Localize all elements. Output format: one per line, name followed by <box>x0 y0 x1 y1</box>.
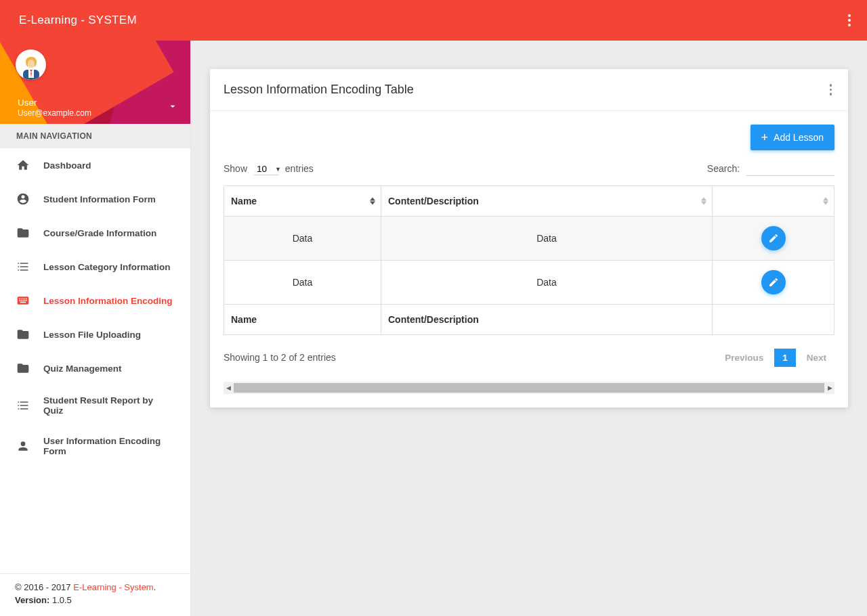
col-action-header[interactable] <box>713 185 834 216</box>
version-label: Version: <box>15 595 49 605</box>
scroll-right-icon[interactable]: ▶ <box>825 384 834 391</box>
sort-icon <box>701 197 706 204</box>
nav-label: Student Result Report by Quiz <box>43 395 174 416</box>
footer-brand-link[interactable]: E-Learning - System <box>73 582 154 592</box>
person-circle-icon <box>16 192 30 206</box>
foot-action <box>713 304 834 334</box>
nav-label: User Information Encoding Form <box>43 436 174 456</box>
topbar: E-Learning - SYSTEM <box>0 0 867 41</box>
foot-name: Name <box>224 304 381 334</box>
nav-lesson-upload[interactable]: Lesson File Uploading <box>0 317 190 351</box>
card-title: Lesson Information Encoding Table <box>224 83 414 97</box>
nav-student-info[interactable]: Student Information Form <box>0 182 190 216</box>
nav-label: Dashboard <box>43 160 91 171</box>
card-menu-button[interactable] <box>827 81 835 98</box>
avatar <box>16 49 46 80</box>
table-row: Data Data <box>224 260 834 304</box>
topbar-menu-button[interactable] <box>844 9 855 32</box>
length-prefix: Show <box>224 163 247 174</box>
nav-lesson-category[interactable]: Lesson Category Information <box>0 250 190 284</box>
length-control: Show 10 entries <box>224 163 314 175</box>
search-input[interactable] <box>746 162 834 176</box>
nav-label: Lesson Category Information <box>43 262 171 272</box>
nav-label: Course/Grade Information <box>43 228 156 238</box>
user-name: User <box>18 97 37 108</box>
nav-label: Quiz Management <box>43 364 122 374</box>
nav-user-info-encoding[interactable]: User Information Encoding Form <box>0 426 190 466</box>
nav-course-grade[interactable]: Course/Grade Information <box>0 216 190 250</box>
folder-icon <box>16 328 30 341</box>
add-lesson-label: Add Lesson <box>774 132 824 143</box>
nav-student-result[interactable]: Student Result Report by Quiz <box>0 385 190 426</box>
pager: Previous 1 Next <box>717 349 834 367</box>
nav-label: Student Information Form <box>43 194 156 204</box>
keyboard-icon <box>16 294 30 307</box>
cell-content: Data <box>381 260 713 304</box>
sort-icon <box>823 197 828 204</box>
foot-content: Content/Description <box>381 304 713 334</box>
col-name-header[interactable]: Name <box>224 185 381 216</box>
horizontal-scrollbar[interactable]: ◀ ▶ <box>224 382 834 394</box>
nav-quiz-mgmt[interactable]: Quiz Management <box>0 351 190 385</box>
search-control: Search: <box>707 162 834 176</box>
plus-icon: + <box>761 131 769 144</box>
add-lesson-button[interactable]: + Add Lesson <box>750 125 834 150</box>
folder-icon <box>16 361 30 375</box>
nav-menu: Dashboard Student Information Form Cours… <box>0 148 190 573</box>
pager-prev[interactable]: Previous <box>717 349 771 367</box>
user-panel-toggle[interactable] <box>167 101 178 114</box>
search-label: Search: <box>707 163 740 174</box>
version-value: 1.0.5 <box>49 595 72 605</box>
period: . <box>154 582 156 592</box>
table-row: Data Data <box>224 216 834 260</box>
lesson-table: Name Content/Description <box>224 185 834 335</box>
scroll-track[interactable] <box>233 382 825 393</box>
pager-page-1[interactable]: 1 <box>774 349 796 367</box>
pager-next[interactable]: Next <box>799 349 834 367</box>
sidebar: User User@example.com MAIN NAVIGATION Da… <box>0 41 191 616</box>
list-icon <box>16 399 30 412</box>
folder-icon <box>16 226 30 240</box>
cell-content: Data <box>381 216 713 260</box>
nav-lesson-encoding[interactable]: Lesson Information Encoding <box>0 284 190 317</box>
person-icon <box>16 439 30 453</box>
nav-header: MAIN NAVIGATION <box>0 124 190 148</box>
cell-name: Data <box>224 260 381 304</box>
nav-label: Lesson Information Encoding <box>43 296 173 306</box>
cell-actions <box>713 260 834 304</box>
home-icon <box>16 158 30 172</box>
length-select[interactable]: 10 <box>254 163 278 175</box>
nav-dashboard[interactable]: Dashboard <box>0 148 190 182</box>
app-title: E-Learning - SYSTEM <box>19 14 137 27</box>
edit-button[interactable] <box>761 226 786 250</box>
sidebar-footer: © 2016 - 2017 E-Learning - System. Versi… <box>0 573 190 616</box>
nav-label: Lesson File Uploading <box>43 330 141 340</box>
main-content: Lesson Information Encoding Table + Add … <box>191 41 867 616</box>
col-content-header[interactable]: Content/Description <box>381 185 713 216</box>
cell-actions <box>713 216 834 260</box>
pencil-icon <box>768 277 779 288</box>
pencil-icon <box>768 233 779 244</box>
sort-icon <box>370 197 375 204</box>
length-suffix: entries <box>285 163 314 174</box>
copyright-text: © 2016 - 2017 <box>15 582 73 592</box>
edit-button[interactable] <box>761 270 786 294</box>
user-email: User@example.com <box>18 108 91 118</box>
user-panel: User User@example.com <box>0 41 190 124</box>
scroll-left-icon[interactable]: ◀ <box>224 384 233 391</box>
cell-name: Data <box>224 216 381 260</box>
lesson-card: Lesson Information Encoding Table + Add … <box>210 69 848 408</box>
table-info: Showing 1 to 2 of 2 entries <box>224 352 336 363</box>
list-icon <box>16 260 30 273</box>
